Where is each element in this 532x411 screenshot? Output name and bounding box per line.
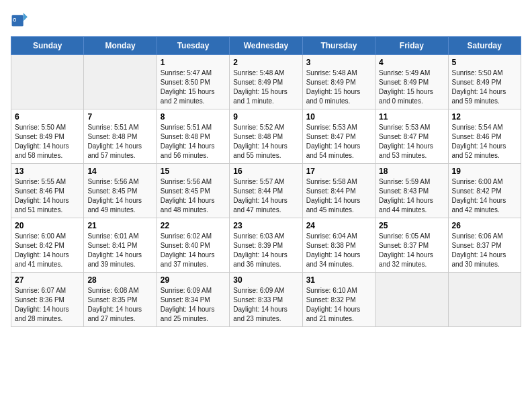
- day-number: 10: [306, 112, 371, 122]
- day-number: 17: [306, 167, 371, 176]
- day-number: 21: [87, 221, 152, 230]
- day-detail: Sunrise: 6:06 AMSunset: 8:37 PMDaylight:…: [452, 232, 517, 269]
- day-detail: Sunrise: 5:53 AMSunset: 8:47 PMDaylight:…: [306, 123, 371, 161]
- day-number: 2: [233, 58, 298, 67]
- day-number: 19: [452, 167, 517, 176]
- calendar-cell: [375, 273, 448, 327]
- calendar-cell: 7Sunrise: 5:51 AMSunset: 8:48 PMDaylight…: [84, 109, 157, 164]
- day-detail: Sunrise: 5:56 AMSunset: 8:45 PMDaylight:…: [161, 177, 226, 215]
- day-number: 22: [161, 221, 226, 230]
- day-detail: Sunrise: 6:03 AMSunset: 8:39 PMDaylight:…: [233, 232, 298, 269]
- day-number: 12: [452, 112, 517, 122]
- header-tuesday: Tuesday: [157, 37, 229, 55]
- calendar-cell: 12Sunrise: 5:54 AMSunset: 8:46 PMDayligh…: [448, 109, 521, 164]
- day-number: 5: [452, 58, 517, 67]
- calendar-cell: 26Sunrise: 6:06 AMSunset: 8:37 PMDayligh…: [448, 218, 521, 273]
- day-detail: Sunrise: 5:48 AMSunset: 8:49 PMDaylight:…: [233, 68, 298, 106]
- day-number: 25: [379, 221, 444, 230]
- calendar-cell: 9Sunrise: 5:52 AMSunset: 8:48 PMDaylight…: [230, 109, 302, 164]
- week-row-3: 13Sunrise: 5:55 AMSunset: 8:46 PMDayligh…: [11, 164, 521, 218]
- calendar-cell: 20Sunrise: 6:00 AMSunset: 8:42 PMDayligh…: [11, 218, 84, 273]
- day-detail: Sunrise: 5:52 AMSunset: 8:48 PMDaylight:…: [233, 123, 298, 161]
- day-detail: Sunrise: 6:10 AMSunset: 8:32 PMDaylight:…: [306, 286, 371, 324]
- day-detail: Sunrise: 5:51 AMSunset: 8:48 PMDaylight:…: [87, 123, 152, 161]
- day-detail: Sunrise: 6:01 AMSunset: 8:41 PMDaylight:…: [87, 232, 152, 269]
- header-friday: Friday: [375, 37, 448, 55]
- svg-text:G: G: [13, 17, 17, 22]
- header-monday: Monday: [84, 37, 157, 55]
- day-number: 27: [15, 275, 80, 285]
- header-saturday: Saturday: [448, 37, 521, 55]
- calendar-cell: 11Sunrise: 5:53 AMSunset: 8:47 PMDayligh…: [375, 109, 448, 164]
- day-number: 9: [233, 112, 298, 122]
- calendar-cell: 24Sunrise: 6:04 AMSunset: 8:38 PMDayligh…: [302, 218, 375, 273]
- calendar-cell: [11, 55, 84, 109]
- day-detail: Sunrise: 6:09 AMSunset: 8:33 PMDaylight:…: [233, 286, 298, 324]
- day-number: 16: [233, 167, 298, 176]
- header-thursday: Thursday: [302, 37, 375, 55]
- calendar-cell: 4Sunrise: 5:49 AMSunset: 8:49 PMDaylight…: [375, 55, 448, 109]
- calendar-cell: 13Sunrise: 5:55 AMSunset: 8:46 PMDayligh…: [11, 164, 84, 218]
- day-detail: Sunrise: 6:09 AMSunset: 8:34 PMDaylight:…: [161, 286, 226, 324]
- calendar-table: SundayMondayTuesdayWednesdayThursdayFrid…: [11, 36, 521, 327]
- calendar-cell: 15Sunrise: 5:56 AMSunset: 8:45 PMDayligh…: [157, 164, 229, 218]
- day-number: 24: [306, 221, 371, 230]
- day-detail: Sunrise: 5:54 AMSunset: 8:46 PMDaylight:…: [452, 123, 517, 161]
- calendar-cell: 14Sunrise: 5:56 AMSunset: 8:45 PMDayligh…: [84, 164, 157, 218]
- calendar-cell: 5Sunrise: 5:50 AMSunset: 8:49 PMDaylight…: [448, 55, 521, 109]
- calendar-cell: 16Sunrise: 5:57 AMSunset: 8:44 PMDayligh…: [230, 164, 302, 218]
- day-detail: Sunrise: 5:50 AMSunset: 8:49 PMDaylight:…: [15, 123, 80, 161]
- header-row: SundayMondayTuesdayWednesdayThursdayFrid…: [11, 37, 521, 55]
- day-detail: Sunrise: 5:56 AMSunset: 8:45 PMDaylight:…: [87, 177, 152, 215]
- calendar-header: SundayMondayTuesdayWednesdayThursdayFrid…: [11, 37, 521, 55]
- calendar-cell: 23Sunrise: 6:03 AMSunset: 8:39 PMDayligh…: [230, 218, 302, 273]
- calendar-cell: 21Sunrise: 6:01 AMSunset: 8:41 PMDayligh…: [84, 218, 157, 273]
- day-detail: Sunrise: 6:00 AMSunset: 8:42 PMDaylight:…: [15, 232, 80, 269]
- day-detail: Sunrise: 5:51 AMSunset: 8:48 PMDaylight:…: [161, 123, 226, 161]
- week-row-5: 27Sunrise: 6:07 AMSunset: 8:36 PMDayligh…: [11, 273, 521, 327]
- calendar-cell: 22Sunrise: 6:02 AMSunset: 8:40 PMDayligh…: [157, 218, 229, 273]
- day-number: 29: [161, 275, 226, 285]
- calendar-cell: [84, 55, 157, 109]
- day-number: 7: [87, 112, 152, 122]
- calendar-cell: [448, 273, 521, 327]
- day-number: 23: [233, 221, 298, 230]
- logo: G: [11, 11, 32, 30]
- calendar-cell: 19Sunrise: 6:00 AMSunset: 8:42 PMDayligh…: [448, 164, 521, 218]
- day-detail: Sunrise: 5:49 AMSunset: 8:49 PMDaylight:…: [379, 68, 444, 106]
- day-detail: Sunrise: 5:48 AMSunset: 8:49 PMDaylight:…: [306, 68, 371, 106]
- day-detail: Sunrise: 6:04 AMSunset: 8:38 PMDaylight:…: [306, 232, 371, 269]
- calendar-cell: 17Sunrise: 5:58 AMSunset: 8:44 PMDayligh…: [302, 164, 375, 218]
- calendar-cell: 8Sunrise: 5:51 AMSunset: 8:48 PMDaylight…: [157, 109, 229, 164]
- day-number: 30: [233, 275, 298, 285]
- header-sunday: Sunday: [11, 37, 84, 55]
- day-detail: Sunrise: 6:02 AMSunset: 8:40 PMDaylight:…: [161, 232, 226, 269]
- logo-icon: G: [11, 11, 30, 30]
- day-number: 26: [452, 221, 517, 230]
- day-detail: Sunrise: 5:47 AMSunset: 8:50 PMDaylight:…: [161, 68, 226, 106]
- calendar-cell: 3Sunrise: 5:48 AMSunset: 8:49 PMDaylight…: [302, 55, 375, 109]
- day-number: 11: [379, 112, 444, 122]
- week-row-4: 20Sunrise: 6:00 AMSunset: 8:42 PMDayligh…: [11, 218, 521, 273]
- day-number: 28: [87, 275, 152, 285]
- calendar-cell: 29Sunrise: 6:09 AMSunset: 8:34 PMDayligh…: [157, 273, 229, 327]
- calendar-body: 1Sunrise: 5:47 AMSunset: 8:50 PMDaylight…: [11, 55, 521, 327]
- day-detail: Sunrise: 6:08 AMSunset: 8:35 PMDaylight:…: [87, 286, 152, 324]
- day-number: 20: [15, 221, 80, 230]
- day-detail: Sunrise: 5:53 AMSunset: 8:47 PMDaylight:…: [379, 123, 444, 161]
- calendar-cell: 31Sunrise: 6:10 AMSunset: 8:32 PMDayligh…: [302, 273, 375, 327]
- calendar-cell: 10Sunrise: 5:53 AMSunset: 8:47 PMDayligh…: [302, 109, 375, 164]
- day-number: 8: [161, 112, 226, 122]
- day-number: 1: [161, 58, 226, 67]
- day-detail: Sunrise: 5:59 AMSunset: 8:43 PMDaylight:…: [379, 177, 444, 215]
- day-number: 14: [87, 167, 152, 176]
- calendar-cell: 18Sunrise: 5:59 AMSunset: 8:43 PMDayligh…: [375, 164, 448, 218]
- calendar-cell: 28Sunrise: 6:08 AMSunset: 8:35 PMDayligh…: [84, 273, 157, 327]
- day-detail: Sunrise: 5:58 AMSunset: 8:44 PMDaylight:…: [306, 177, 371, 215]
- day-detail: Sunrise: 5:57 AMSunset: 8:44 PMDaylight:…: [233, 177, 298, 215]
- day-detail: Sunrise: 6:07 AMSunset: 8:36 PMDaylight:…: [15, 286, 80, 324]
- calendar-cell: 2Sunrise: 5:48 AMSunset: 8:49 PMDaylight…: [230, 55, 302, 109]
- day-number: 31: [306, 275, 371, 285]
- calendar-cell: 27Sunrise: 6:07 AMSunset: 8:36 PMDayligh…: [11, 273, 84, 327]
- day-number: 18: [379, 167, 444, 176]
